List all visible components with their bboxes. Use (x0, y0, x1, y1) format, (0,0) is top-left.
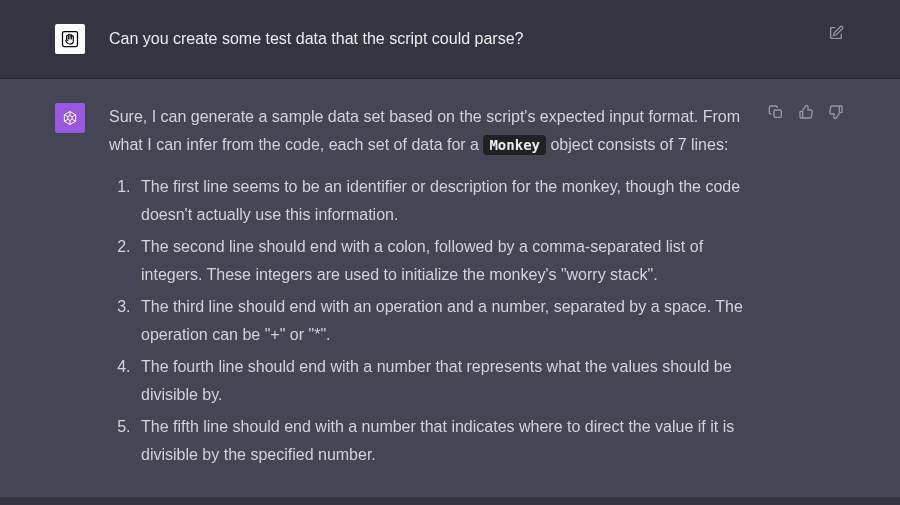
assistant-intro-post: object consists of 7 lines: (550, 136, 728, 153)
svg-rect-1 (774, 110, 781, 117)
assistant-message-actions (767, 103, 845, 121)
assistant-message-content: Sure, I can generate a sample data set b… (109, 103, 845, 473)
thumbs-up-icon[interactable] (797, 103, 815, 121)
list-item: The fourth line should end with a number… (135, 353, 765, 409)
inline-code-monkey: Monkey (483, 135, 546, 155)
hand-icon (60, 29, 80, 49)
user-message: Can you create some test data that the s… (0, 0, 900, 79)
copy-icon[interactable] (767, 103, 785, 121)
user-message-actions (827, 24, 845, 42)
list-item: The second line should end with a colon,… (135, 233, 765, 289)
assistant-message: Sure, I can generate a sample data set b… (0, 79, 900, 497)
list-item: The first line seems to be an identifier… (135, 173, 765, 229)
user-message-inner: Can you create some test data that the s… (35, 24, 865, 54)
edit-icon[interactable] (827, 24, 845, 42)
thumbs-down-icon[interactable] (827, 103, 845, 121)
user-avatar (55, 24, 85, 54)
assistant-list: The first line seems to be an identifier… (109, 173, 765, 469)
openai-icon (60, 108, 80, 128)
list-item: The third line should end with an operat… (135, 293, 765, 349)
assistant-message-inner: Sure, I can generate a sample data set b… (35, 103, 865, 473)
list-item: The fifth line should end with a number … (135, 413, 765, 469)
assistant-intro: Sure, I can generate a sample data set b… (109, 103, 765, 159)
user-message-text: Can you create some test data that the s… (109, 24, 845, 54)
assistant-avatar (55, 103, 85, 133)
